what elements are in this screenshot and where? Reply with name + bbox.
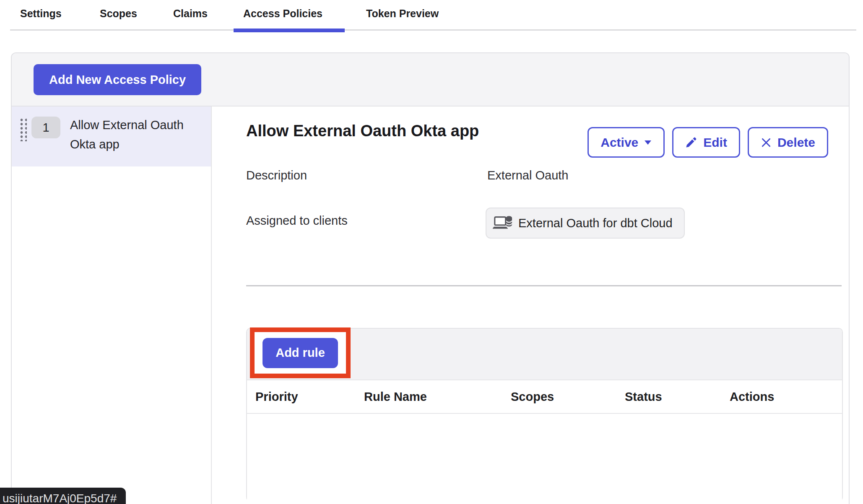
section-divider [246,285,842,286]
column-header-scopes: Scopes [511,380,554,413]
policy-detail: Allow External Oauth Okta app Active [213,107,849,504]
authorization-server-page: Settings Scopes Claims Access Policies T… [0,0,863,504]
column-header-actions: Actions [730,380,774,413]
policy-title: Allow External Oauth Okta app [246,122,479,140]
client-chip-label: External Oauth for dbt Cloud [518,216,673,230]
column-header-priority: Priority [255,380,298,413]
policy-name: Allow External Oauth Okta app [70,115,196,154]
x-icon [761,137,772,148]
policy-list-item[interactable]: 1 Allow External Oauth Okta app [12,107,211,166]
rules-card: Add rule Priority Rule Name Scopes Statu… [246,328,843,501]
pencil-icon [685,136,697,148]
tabs-divider [10,29,856,31]
link-status-text: usijiutarM7Aj0Ep5d7# [3,492,117,504]
link-status-tooltip: usijiutarM7Aj0Ep5d7# [0,488,126,504]
drag-handle-icon[interactable] [19,118,27,141]
laptop-database-icon [493,213,513,233]
chevron-down-icon [644,140,652,145]
edit-policy-button[interactable]: Edit [672,127,740,158]
active-status-dropdown[interactable]: Active [587,127,665,158]
tab-claims[interactable]: Claims [173,8,208,20]
tab-token-preview[interactable]: Token Preview [366,8,439,20]
description-label: Description [246,169,307,182]
tabs-bar: Settings Scopes Claims Access Policies T… [0,0,863,33]
policy-list-sidebar: 1 Allow External Oauth Okta app [12,107,212,504]
assigned-client-chip[interactable]: External Oauth for dbt Cloud [486,208,685,239]
assigned-to-clients-label: Assigned to clients [246,214,348,228]
rules-toolbar: Add rule [247,329,842,380]
delete-button-label: Delete [777,135,815,150]
policies-toolbar: Add New Access Policy [12,53,849,107]
active-tab-underline [234,29,345,32]
tab-access-policies[interactable]: Access Policies [243,8,322,20]
rules-table-header: Priority Rule Name Scopes Status Actions [247,380,842,414]
delete-policy-button[interactable]: Delete [748,127,828,158]
edit-button-label: Edit [703,135,727,150]
policy-priority-badge: 1 [31,117,60,138]
add-rule-button[interactable]: Add rule [263,338,338,368]
active-status-label: Active [600,135,638,150]
access-policies-panel: Add New Access Policy 1 Allow External O… [11,52,850,504]
tab-settings[interactable]: Settings [20,8,62,20]
tab-scopes[interactable]: Scopes [100,8,137,20]
annotation-highlight-box: Add rule [250,327,351,378]
column-header-status: Status [625,380,662,413]
policy-action-buttons: Active Edit [587,127,828,158]
column-header-rule-name: Rule Name [364,380,427,413]
rules-table-body-empty [247,414,842,504]
description-value: External Oauth [487,169,568,182]
add-new-access-policy-button[interactable]: Add New Access Policy [34,64,201,95]
